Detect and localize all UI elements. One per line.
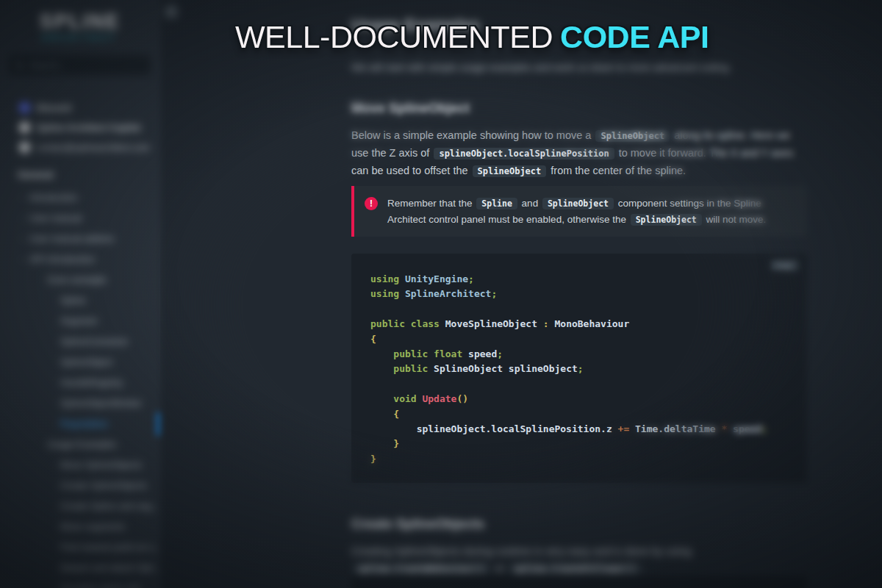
sidebar-item-core-concepts[interactable]: Core concepts — [0, 270, 159, 290]
sidebar-item-detach-and-attach-spli[interactable]: Detach and attach Spli... — [0, 558, 159, 578]
search-input[interactable]: Search... — [9, 55, 151, 75]
sidebar-item-segment[interactable]: Segment — [0, 311, 159, 331]
active-item-indicator — [157, 412, 159, 436]
sidebar-item-spline[interactable]: Spline — [0, 290, 159, 311]
move-paragraph: Below is a simple example showing how to… — [351, 127, 807, 180]
sidebar-item-label: Introduction — [29, 193, 77, 203]
sidebar-link-mail-globe[interactable]: contact@splinearchitect.com — [0, 137, 159, 157]
inline-code-chip: spline.CreateBehaviour() — [353, 563, 490, 575]
sidebar-item-label: Create Spline and seg... — [60, 501, 159, 512]
sidebar-item-label: Move segments — [60, 522, 125, 532]
sidebar-link-label: Discord — [37, 103, 71, 113]
mail-globe-icon — [19, 142, 30, 153]
code-line — [370, 377, 807, 392]
chevron-right-icon: › — [21, 254, 24, 265]
warning-callout: ! Remember that the Spline and SplineObj… — [351, 186, 807, 237]
sidebar-item-label: Traveling along spli... — [60, 584, 147, 588]
code-line: { — [370, 407, 807, 422]
inline-code-chip: SplineObject — [473, 165, 547, 177]
code-line: void Update() — [370, 392, 807, 406]
copy-code-button[interactable]: Copy — [771, 260, 798, 270]
code-block-create-splineobjects — [351, 576, 807, 588]
chevron-right-icon: › — [21, 234, 24, 244]
inline-code-chip: SplineObject — [631, 214, 702, 226]
code-line: using SplineArchitect; — [370, 287, 807, 301]
warning-text: Remember that the Spline and SplineObjec… — [387, 196, 795, 228]
sidebar-item-splineconnector[interactable]: SplineConnector — [0, 331, 159, 352]
code-line: public float speed; — [370, 347, 807, 362]
sidebar-item-introduction[interactable]: ›Introduction — [0, 187, 159, 208]
sidebar-item-label: Core concepts — [47, 275, 107, 285]
sidebar-item-user-manual-addons[interactable]: ›User manual addons — [0, 229, 159, 249]
sidebar-item-handleregistry[interactable]: HandleRegistry — [0, 373, 159, 393]
sidebar-item-create-splineobjects[interactable]: Create SplineObjects — [0, 476, 159, 496]
sidebar-item-label: Segment — [60, 316, 97, 326]
inline-code-chip: splineObject.localSplinePosition — [434, 148, 614, 159]
headline-light-text: WELL-DOCUMENTED — [235, 19, 553, 54]
logo-subtitle: ARCHITECT — [0, 34, 159, 42]
sidebar-item-label: Population — [60, 419, 108, 429]
menu-toggle-button[interactable]: ☰ — [164, 4, 179, 19]
sidebar-item-splineobjectworker[interactable]: SplineObjectWorker — [0, 393, 159, 414]
search-icon — [15, 61, 24, 70]
divider — [0, 85, 159, 86]
section-heading-move-splineobject: Move SplineObject — [351, 101, 807, 116]
sidebar-item-splineobject[interactable]: SplineObject — [0, 352, 159, 373]
sidebar-item-label: Move SplineObjects — [60, 460, 142, 470]
code-line: } — [370, 452, 807, 467]
section-heading-create-splineobjects: Create SplineObjects — [351, 517, 807, 532]
sidebar-item-label: Create SplineObjects — [60, 481, 147, 491]
sidebar-item-label: User manual — [29, 213, 82, 223]
sidebar-item-label: API Introduction — [29, 254, 95, 265]
sidebar-item-population[interactable]: Population — [0, 414, 159, 434]
code-line: splineObject.localSplinePosition.z += Ti… — [370, 422, 807, 437]
sidebar-item-api-introduction[interactable]: ›API Introduction — [0, 249, 159, 270]
sidebar-item-create-spline-and-seg[interactable]: Create Spline and seg... — [0, 496, 159, 517]
inline-code-chip: SplineObject — [595, 130, 670, 142]
sidebar-item-label: Find nearest point on s... — [60, 542, 159, 553]
sidebar-item-usage-examples[interactable]: Usage Examples — [0, 434, 159, 455]
code-line: public class MoveSplineObject : MonoBeha… — [370, 317, 807, 331]
inline-code-chip: spline.CreateFollower() — [509, 563, 641, 575]
sidebar-item-label: Spline — [60, 295, 86, 306]
copilot-icon — [19, 122, 30, 133]
code-block-move-splineobject: Copy using UnityEngine;using SplineArchi… — [351, 254, 807, 483]
inline-code-chip: SplineObject — [542, 198, 614, 209]
sidebar-item-traveling-along-spli[interactable]: Traveling along spli... — [0, 578, 159, 588]
intro-paragraph: We will start with simple usage examples… — [351, 62, 807, 73]
sidebar-section-general: General — [0, 157, 159, 187]
sidebar-item-move-segments[interactable]: Move segments — [0, 517, 159, 537]
main-content: ☰ Usage Examples We will start with simp… — [160, 0, 882, 588]
sidebar-link-label: Spline Architect Copilot — [37, 123, 140, 133]
sidebar-item-find-nearest-point-on-s[interactable]: Find nearest point on s... — [0, 537, 159, 558]
code-line: } — [370, 437, 807, 451]
sidebar-link-discord[interactable]: Discord — [0, 98, 159, 118]
sidebar-item-label: User manual addons — [29, 234, 114, 244]
sidebar-item-label: Usage Examples — [47, 440, 117, 450]
sidebar-item-label: SplineConnector — [60, 337, 128, 347]
app-window: SPLINE ARCHITECT Search... DiscordSpline… — [0, 0, 882, 588]
promo-headline: WELL-DOCUMENTEDCODE API — [235, 19, 709, 55]
search-placeholder: Search... — [29, 60, 66, 71]
chevron-right-icon: › — [21, 213, 24, 223]
sidebar-item-move-splineobjects[interactable]: Move SplineObjects — [0, 455, 159, 476]
sidebar-item-user-manual[interactable]: ›User manual — [0, 208, 159, 229]
code-line: using UnityEngine; — [370, 272, 807, 287]
code-line: public SplineObject splineObject; — [370, 362, 807, 376]
logo: SPLINE ARCHITECT — [0, 10, 159, 42]
create-paragraph: Creating SplineObjects during runtime is… — [351, 543, 807, 578]
code-line: { — [370, 332, 807, 347]
chevron-right-icon: › — [21, 193, 24, 203]
sidebar-link-copilot[interactable]: Spline Architect Copilot — [0, 118, 159, 137]
inline-code-chip: Spline — [476, 198, 517, 209]
sidebar-item-label: SplineObject — [60, 357, 112, 368]
discord-icon — [19, 102, 30, 113]
sidebar: SPLINE ARCHITECT Search... DiscordSpline… — [0, 0, 160, 588]
sidebar-item-label: HandleRegistry — [60, 378, 123, 388]
logo-title: SPLINE — [0, 10, 159, 33]
warning-icon: ! — [365, 197, 378, 210]
sidebar-link-label: contact@splinearchitect.com — [37, 143, 150, 153]
sidebar-item-label: SplineObjectWorker — [60, 398, 142, 409]
code-line — [370, 302, 807, 317]
sidebar-item-label: Detach and attach Spli... — [60, 563, 159, 573]
